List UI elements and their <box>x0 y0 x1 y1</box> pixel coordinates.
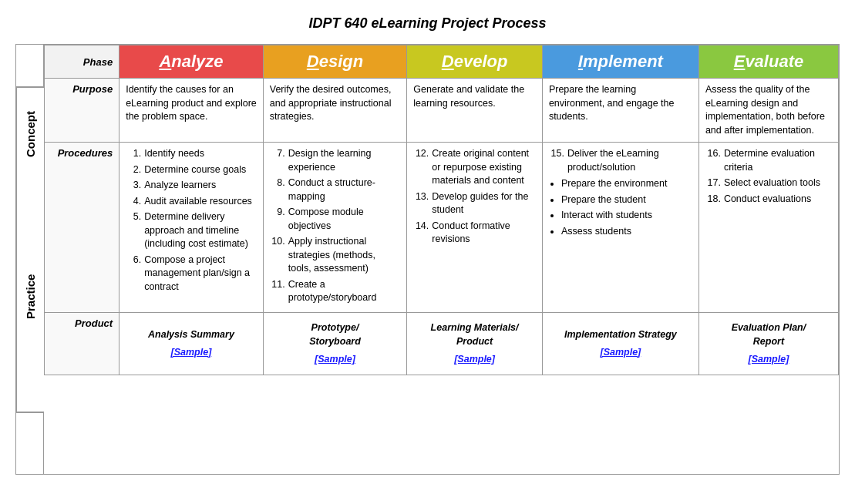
page-title: IDPT 640 eLearning Project Process <box>15 15 840 32</box>
design-purpose: Verify the desired outcomes, and appropr… <box>263 79 407 143</box>
list-item: 5.Determine delivery approach and timeli… <box>126 210 257 251</box>
purpose-label: Purpose <box>45 79 119 143</box>
list-item: 4.Audit available resources <box>126 195 257 209</box>
implement-procedures: 15.Deliver the eLearning product/solutio… <box>542 143 698 313</box>
phase-label-cell: Phase <box>45 45 119 79</box>
list-item: Assess students <box>561 225 692 239</box>
design-procedures: 7.Design the learning experience 8.Condu… <box>263 143 407 313</box>
list-item: 7.Design the learning experience <box>270 147 401 174</box>
list-item: 18.Conduct evaluations <box>705 193 832 207</box>
analyze-procedures: 1.Identify needs 2.Determine course goal… <box>119 143 264 313</box>
design-sample-link[interactable]: [Sample] <box>270 352 401 367</box>
develop-product: Learning Materials/ Product [Sample] <box>407 312 543 375</box>
design-product: Prototype/ Storyboard [Sample] <box>263 312 407 375</box>
list-item: Interact with students <box>561 209 692 223</box>
develop-procedures: 12.Create original content or repurpose … <box>407 143 543 313</box>
design-header: Design <box>263 45 407 79</box>
list-item: 9.Compose module objectives <box>270 206 401 233</box>
header-row: Phase Analyze Design Develop Implement <box>45 45 839 79</box>
practice-side-label: Practice <box>16 181 44 412</box>
list-item: 13.Develop guides for the student <box>413 190 536 217</box>
evaluate-header: Evaluate <box>698 45 838 79</box>
implement-product: Implementation Strategy [Sample] <box>542 312 698 375</box>
evaluate-sample-link[interactable]: [Sample] <box>705 352 832 367</box>
list-item: 3.Analyze learners <box>126 179 257 193</box>
list-item: 11.Create a prototype/storyboard <box>270 278 401 305</box>
develop-header: Develop <box>407 45 543 79</box>
list-item: 14.Conduct formative revisions <box>413 220 536 247</box>
product-label: Product <box>45 312 119 375</box>
develop-purpose: Generate and validate the learning resou… <box>407 79 543 143</box>
analyze-product: Analysis Summary [Sample] <box>119 312 264 375</box>
develop-sample-link[interactable]: [Sample] <box>413 352 536 367</box>
list-item: 8.Conduct a structure-mapping <box>270 176 401 203</box>
evaluate-procedures: 16.Determine evaluation criteria 17.Sele… <box>698 143 838 313</box>
list-item: 17.Select evaluation tools <box>705 176 832 190</box>
list-item: 16.Determine evaluation criteria <box>705 147 832 174</box>
list-item: 6.Compose a project management plan/sign… <box>126 254 257 294</box>
list-item: 12.Create original content or repurpose … <box>413 147 536 188</box>
procedures-label: Procedures <box>45 143 119 313</box>
analyze-sample-link[interactable]: [Sample] <box>126 345 257 360</box>
side-labels: Concept Practice <box>16 45 44 474</box>
list-item: Prepare the student <box>561 193 692 207</box>
main-content: Phase Analyze Design Develop Implement <box>44 45 839 474</box>
list-item: Prepare the environment <box>561 177 692 191</box>
analyze-purpose: Identify the causes for an eLearning pro… <box>119 79 264 143</box>
implement-header: Implement <box>542 45 698 79</box>
evaluate-purpose: Assess the quality of the eLearning desi… <box>698 79 838 143</box>
evaluate-product: Evaluation Plan/ Report [Sample] <box>698 312 838 375</box>
procedures-row: Procedures 1.Identify needs 2.Determine … <box>45 143 839 313</box>
main-table-container: Concept Practice Phase <box>15 44 840 475</box>
purpose-row: Purpose Identify the causes for an eLear… <box>45 79 839 143</box>
list-item: 1.Identify needs <box>126 147 257 161</box>
list-item: 15.Deliver the eLearning product/solutio… <box>549 147 692 174</box>
implement-sample-link[interactable]: [Sample] <box>549 345 692 360</box>
list-item: 10.Apply instructional strategies (metho… <box>270 235 401 276</box>
concept-side-label: Concept <box>16 87 44 181</box>
product-row: Product Analysis Summary [Sample] Protot… <box>45 312 839 375</box>
implement-purpose: Prepare the learning environment, and en… <box>542 79 698 143</box>
list-item: 2.Determine course goals <box>126 163 257 177</box>
analyze-header: Analyze <box>119 45 264 79</box>
